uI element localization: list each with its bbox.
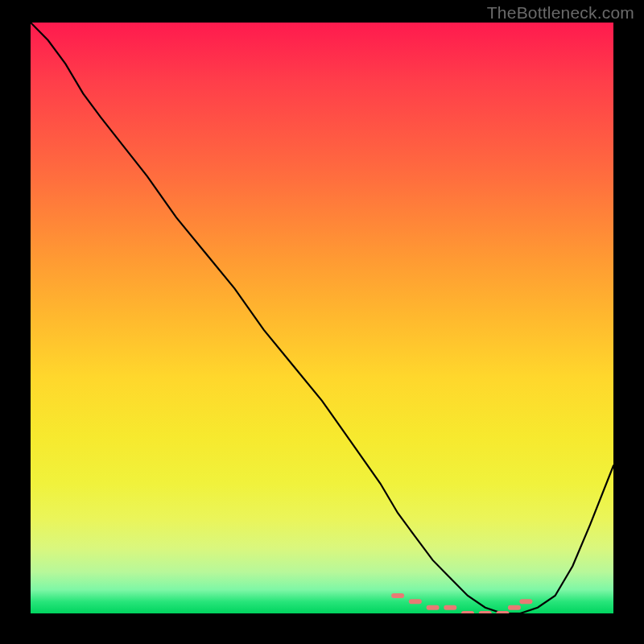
attribution-text: TheBottleneck.com [487, 3, 634, 23]
bottleneck-curve [31, 23, 613, 613]
chart-frame: TheBottleneck.com [0, 0, 644, 644]
chart-svg [31, 23, 613, 613]
plot-area [31, 23, 613, 613]
optimal-range-markers [394, 596, 530, 613]
